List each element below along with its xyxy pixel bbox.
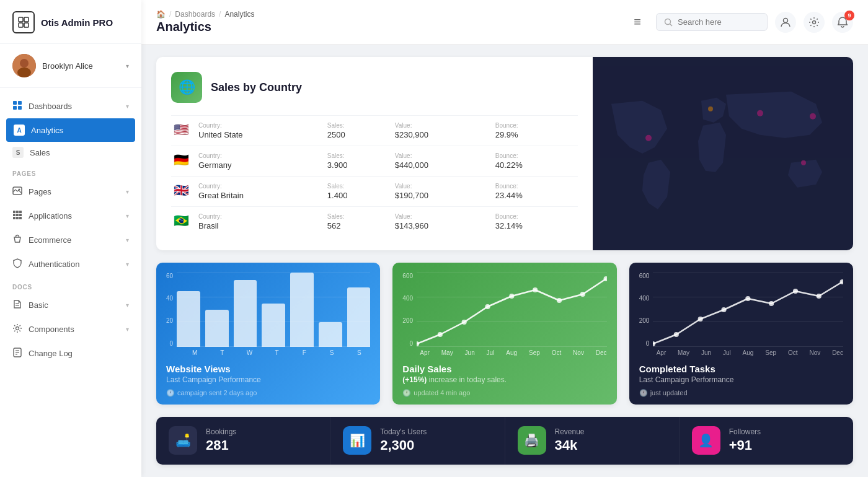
search-box[interactable] xyxy=(656,13,768,31)
user-icon-button[interactable] xyxy=(775,12,796,33)
country-name: United State xyxy=(198,130,320,139)
logo-area: Otis Admin PRO xyxy=(0,0,141,44)
y-axis-labels: 600 400 200 0 xyxy=(639,273,650,347)
x-axis-labels: M T W T F S S xyxy=(184,349,370,356)
sidebar-item-label: Sales xyxy=(30,148,50,157)
section-label-pages: PAGES xyxy=(0,163,141,180)
users-icon-box: 📊 xyxy=(343,426,371,455)
chart-footer: 🕐 campaign sent 2 days ago xyxy=(166,389,370,397)
svg-point-50 xyxy=(722,307,727,312)
sidebar-item-ecommerce[interactable]: Ecommerce ▾ xyxy=(0,228,141,252)
sidebar-item-label: Components xyxy=(29,325,74,334)
expand-icon: ▾ xyxy=(126,326,129,333)
svg-point-47 xyxy=(653,341,655,346)
svg-rect-17 xyxy=(16,214,19,216)
sidebar: Otis Admin PRO Brooklyn Alice ▾ Das xyxy=(0,0,141,477)
breadcrumb-dashboards[interactable]: Dashboards xyxy=(175,10,215,19)
chart-title: Completed Tasks xyxy=(639,364,843,374)
followers-icon-box: 👤 xyxy=(692,426,720,455)
chart-title: Website Views xyxy=(166,364,370,374)
revenue-label: Revenue xyxy=(555,427,585,436)
clock-icon: 🕐 xyxy=(166,389,175,397)
svg-rect-9 xyxy=(13,106,17,110)
home-icon: 🏠 xyxy=(156,10,166,19)
expand-icon: ▾ xyxy=(126,103,129,110)
sidebar-item-sales[interactable]: S Sales xyxy=(0,142,141,163)
users-label: Today's Users xyxy=(380,427,427,436)
book-icon xyxy=(12,299,22,311)
sidebar-item-changelog[interactable]: Change Log xyxy=(0,341,141,365)
svg-point-51 xyxy=(746,296,751,301)
menu-toggle-button[interactable]: ≡ xyxy=(629,12,646,32)
user-profile[interactable]: Brooklyn Alice ▾ xyxy=(0,44,141,88)
chart-subtitle: (+15%) increase in today sales. xyxy=(402,375,606,384)
svg-point-5 xyxy=(20,59,29,68)
stat-bookings: 🛋️ Bookings 281 xyxy=(156,417,330,465)
logo-icon xyxy=(12,11,35,33)
sidebar-item-components[interactable]: Components ▾ xyxy=(0,317,141,341)
sidebar-item-label: Dashboards xyxy=(29,102,72,111)
followers-value: +91 xyxy=(729,437,761,453)
breadcrumb-analytics: Analytics xyxy=(224,10,254,19)
country-name: Germany xyxy=(198,160,320,170)
clock-icon: 🕐 xyxy=(639,389,648,397)
sidebar-item-label: Authentication xyxy=(29,260,79,269)
bounce: 23.44% xyxy=(495,191,573,200)
expand-icon: ▾ xyxy=(126,261,129,268)
svg-point-39 xyxy=(438,332,443,337)
users-value: 2,300 xyxy=(380,437,427,453)
svg-rect-13 xyxy=(13,211,16,213)
sidebar-item-applications[interactable]: Applications ▾ xyxy=(0,204,141,228)
breadcrumb-sep2: / xyxy=(219,10,221,19)
breadcrumb: 🏠 / Dashboards / Analytics xyxy=(156,10,619,19)
svg-point-33 xyxy=(645,135,652,141)
chart-title: Daily Sales xyxy=(402,364,606,374)
country-name: Brasil xyxy=(198,221,320,230)
svg-rect-18 xyxy=(19,214,22,216)
sales-letter: S xyxy=(12,147,24,158)
value: $230,900 xyxy=(395,130,488,139)
x-axis-labels: Apr May Jun Jul Aug Sep Oct Nov Dec xyxy=(657,349,843,356)
svg-point-36 xyxy=(708,107,713,112)
expand-icon: ▾ xyxy=(126,212,129,219)
sales-value: 2500 xyxy=(327,130,388,139)
sidebar-item-analytics[interactable]: A Analytics xyxy=(6,118,135,142)
globe-icon-box: 🌐 xyxy=(171,72,202,103)
svg-point-53 xyxy=(793,289,798,294)
stats-row: 🛋️ Bookings 281 📊 Today's Users 2,300 xyxy=(156,417,853,465)
sidebar-item-pages[interactable]: Pages ▾ xyxy=(0,180,141,204)
revenue-info: Revenue 34k xyxy=(555,427,585,453)
line-chart-area-dark: 600 400 200 0 xyxy=(629,263,853,356)
section-label-docs: DOCS xyxy=(0,276,141,293)
svg-point-30 xyxy=(784,18,788,22)
settings-icon-button[interactable] xyxy=(804,12,825,33)
svg-point-37 xyxy=(801,160,806,165)
revenue-value: 34k xyxy=(555,437,585,453)
sidebar-item-basic[interactable]: Basic ▾ xyxy=(0,293,141,317)
search-input[interactable] xyxy=(678,17,752,27)
svg-rect-8 xyxy=(18,101,22,105)
sales-by-country-card: 🌐 Sales by Country 🇺🇸 Country:United Sta… xyxy=(156,57,853,250)
charts-row: 60 40 20 0 xyxy=(156,263,853,405)
analytics-letter: A xyxy=(14,125,25,136)
sidebar-item-label: Change Log xyxy=(29,349,73,358)
content-area: 🌐 Sales by Country 🇺🇸 Country:United Sta… xyxy=(141,45,868,477)
table-row: 🇩🇪 Country:Germany Sales:3.900 Value:$44… xyxy=(171,146,578,177)
notification-icon-button[interactable]: 9 xyxy=(832,12,853,33)
world-map-svg xyxy=(593,57,853,250)
bag-icon xyxy=(12,234,22,246)
world-map-area xyxy=(593,57,853,250)
value: $190,700 xyxy=(395,191,488,200)
chart-footer: 🕐 updated 4 min ago xyxy=(402,389,606,397)
notification-badge: 9 xyxy=(844,11,854,20)
main-content: 🏠 / Dashboards / Analytics Analytics ≡ xyxy=(141,0,868,477)
sidebar-item-authentication[interactable]: Authentication ▾ xyxy=(0,252,141,276)
sidebar-item-dashboards[interactable]: Dashboards ▾ xyxy=(0,94,141,118)
svg-point-48 xyxy=(674,332,679,337)
country-name: Great Britain xyxy=(198,191,320,200)
svg-point-45 xyxy=(580,292,585,297)
users-info: Today's Users 2,300 xyxy=(380,427,427,453)
bounce: 40.22% xyxy=(495,160,573,170)
chart-icon: 📊 xyxy=(350,433,365,448)
stat-followers: 👤 Followers +91 xyxy=(680,417,853,465)
